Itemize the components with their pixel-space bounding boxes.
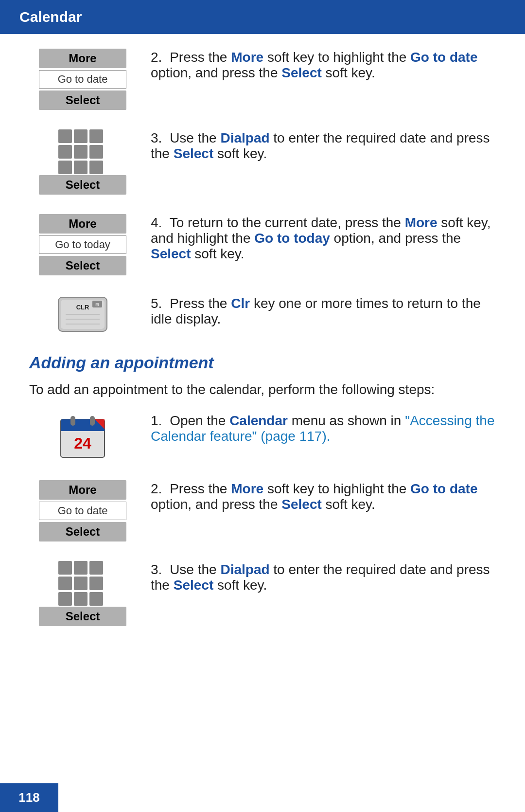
svg-rect-11 — [70, 416, 75, 426]
more-softkey-1: More — [39, 49, 126, 68]
goto-date-menu-1: Go to date — [39, 70, 126, 89]
ui-column-step4-top: More Go to today Select — [29, 214, 136, 277]
step-number-2-bottom: 2. — [151, 481, 162, 496]
dialpad-icon-1 — [58, 129, 107, 173]
clr-label: Clr — [231, 296, 250, 311]
step-row-2-top: More Go to date Select 2. Press the More… — [29, 49, 496, 112]
ui-column-step3-bottom: Select — [29, 561, 136, 628]
step-row-3-top: Select 3. Use the Dialpad to enter the r… — [29, 129, 496, 197]
calendar-icon: 24 — [58, 412, 107, 461]
step-number-3-top: 3. — [151, 130, 162, 145]
more-label-1: More — [231, 50, 263, 65]
select-label-3: Select — [151, 246, 191, 261]
text-col-step3-top: 3. Use the Dialpad to enter the required… — [151, 129, 496, 162]
text-col-step5-top: 5. Press the Clr key one or more times t… — [151, 295, 496, 327]
page-number: 118 — [18, 790, 39, 805]
text-col-step2-bottom: 2. Press the More soft key to highlight … — [151, 480, 496, 512]
dialpad-label-1: Dialpad — [220, 130, 269, 145]
select-label-5: Select — [174, 577, 214, 593]
step-number-3-bottom: 3. — [151, 562, 162, 577]
go-to-today-label: Go to today — [254, 231, 330, 246]
svg-rect-12 — [90, 416, 95, 426]
select-label-1: Select — [281, 65, 322, 80]
step-row-4-top: More Go to today Select 4. To return to … — [29, 214, 496, 277]
svg-text:⊞: ⊞ — [95, 302, 99, 307]
ui-column-step5-top: CLR ⊞ — [29, 295, 136, 336]
text-col-step2-top: 2. Press the More soft key to highlight … — [151, 49, 496, 81]
main-content: More Go to date Select 2. Press the More… — [0, 34, 525, 685]
go-to-date-label-2: Go to date — [410, 481, 477, 496]
step-row-3-bottom: Select 3. Use the Dialpad to enter the r… — [29, 561, 496, 628]
ui-column-step2-top: More Go to date Select — [29, 49, 136, 112]
step-row-2-bottom: More Go to date Select 2. Press the More… — [29, 480, 496, 543]
dialpad-icon-2 — [58, 561, 107, 605]
calendar-label: Calendar — [229, 413, 288, 428]
svg-rect-10 — [61, 425, 105, 431]
text-col-step1-bottom: 1. Open the Calendar menu as shown in "A… — [151, 412, 496, 444]
select-softkey-1: Select — [39, 90, 126, 110]
page-footer: 118 — [0, 783, 58, 812]
svg-text:24: 24 — [74, 434, 91, 452]
step-row-5-top: CLR ⊞ 5. Press the Clr key one or more t… — [29, 295, 496, 336]
goto-today-menu: Go to today — [39, 235, 126, 254]
section-heading: Adding an appointment — [29, 353, 496, 372]
svg-text:CLR: CLR — [76, 304, 89, 311]
ui-column-step2-bottom: More Go to date Select — [29, 480, 136, 543]
ui-column-step1-bottom: 24 — [29, 412, 136, 463]
step-number-4-top: 4. — [151, 215, 162, 230]
more-label-3: More — [231, 481, 263, 496]
step-number-5-top: 5. — [151, 296, 162, 311]
more-label-2: More — [405, 215, 438, 230]
step-row-1-bottom: 24 1. Open the Calendar menu as shown in… — [29, 412, 496, 463]
step-number-2-top: 2. — [151, 50, 162, 65]
clr-key-icon: CLR ⊞ — [56, 295, 109, 334]
page-header: Calendar — [0, 0, 525, 34]
select-softkey-3: Select — [39, 256, 126, 275]
more-softkey-2: More — [39, 214, 126, 234]
select-softkey-5: Select — [39, 607, 126, 626]
select-softkey-2: Select — [39, 175, 126, 195]
ui-column-step3-top: Select — [29, 129, 136, 197]
step-number-1-bottom: 1. — [151, 413, 162, 428]
text-col-step3-bottom: 3. Use the Dialpad to enter the required… — [151, 561, 496, 593]
go-to-date-label-1: Go to date — [410, 50, 477, 65]
section-intro: To add an appointment to the calendar, p… — [29, 382, 496, 397]
dialpad-label-2: Dialpad — [220, 562, 269, 577]
goto-date-menu-2: Go to date — [39, 502, 126, 520]
text-col-step4-top: 4. To return to the current date, press … — [151, 214, 496, 262]
select-label-4: Select — [281, 497, 322, 512]
select-softkey-4: Select — [39, 522, 126, 541]
select-label-2: Select — [174, 146, 214, 161]
header-title: Calendar — [19, 9, 82, 25]
more-softkey-3: More — [39, 480, 126, 500]
calendar-link[interactable]: "Accessing the Calendar feature" (page 1… — [151, 413, 494, 444]
